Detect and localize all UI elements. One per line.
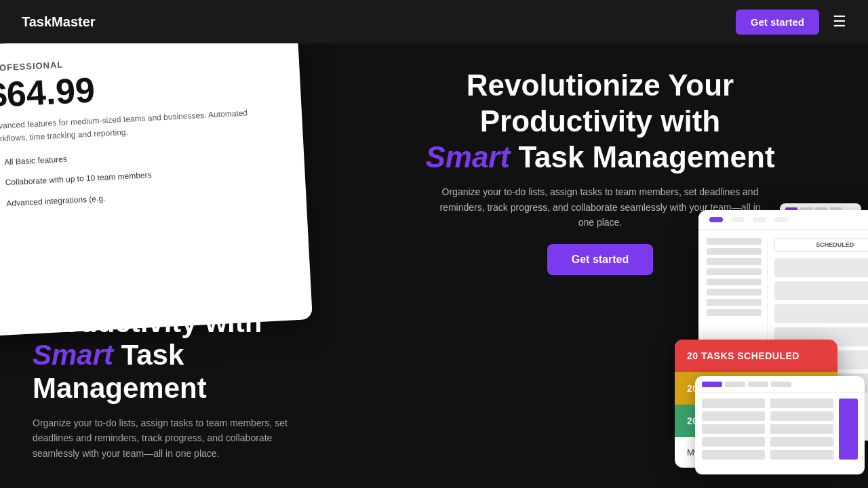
kanban-header: [698, 210, 868, 230]
kanban-card: [774, 304, 868, 323]
kanban-card: [774, 281, 868, 300]
navbar: TaskMaster Get started ☰: [0, 0, 868, 43]
kanban-tab-2: [753, 217, 766, 222]
br-row: [702, 399, 765, 408]
left-section: 9.99 Essential features for individual u…: [0, 43, 332, 488]
br-mockup-header: [695, 376, 865, 393]
col-header-scheduled: SCHEDULED: [774, 238, 868, 251]
br-tab-active: [702, 382, 722, 387]
left-hero-subtitle: Organize your to-do lists, assign tasks …: [33, 415, 304, 461]
br-row: [770, 450, 833, 460]
br-row: [770, 399, 833, 408]
pro-feature-1: All Basic features: [4, 153, 67, 168]
br-col-2: [770, 399, 833, 460]
hamburger-icon[interactable]: ☰: [833, 13, 846, 30]
right-section: Revolutionize Your Productivity with Sma…: [332, 43, 868, 488]
tasks-scheduled-row: 20 TASKS SCHEDULED: [675, 340, 837, 372]
pro-feature-3: Advanced integrations (e.g.: [6, 192, 106, 209]
pro-check-3: ✓: [0, 199, 1, 212]
br-row: [702, 437, 765, 447]
br-row: [702, 424, 765, 434]
br-tab-1: [725, 382, 745, 387]
kanban-card: [774, 258, 868, 277]
list-row: [707, 248, 762, 255]
br-purple-bar: [839, 399, 858, 460]
right-title-part1: Revolutionize Your Productivity with: [467, 68, 734, 138]
kanban-tab-3: [774, 217, 788, 222]
tasks-scheduled-label: 20 TASKS SCHEDULED: [687, 350, 800, 361]
br-mockup-body: [695, 393, 865, 465]
nav-cta-button[interactable]: Get started: [736, 9, 819, 35]
pro-feature-2: Collaborate with up to 10 team members: [5, 169, 152, 188]
br-tab-2: [748, 382, 768, 387]
small-list-mockup-br: [695, 376, 865, 474]
list-row: [707, 279, 762, 285]
br-row: [770, 424, 833, 434]
list-row: [707, 258, 762, 265]
list-row: [707, 238, 762, 245]
right-cta-button[interactable]: Get started: [547, 244, 653, 275]
left-title-part1: Revolutionize YourProductivity with: [33, 274, 288, 338]
left-hero-title: Revolutionize YourProductivity with Smar…: [33, 274, 304, 405]
br-col-1: [702, 399, 765, 460]
right-title-part2: Task Management: [518, 140, 774, 174]
br-tab-3: [771, 382, 791, 387]
right-title-accent: Smart: [425, 140, 518, 174]
list-row: [707, 268, 762, 275]
kanban-tab-active: [709, 217, 723, 222]
br-row: [770, 437, 833, 447]
list-row: [707, 289, 762, 296]
kanban-tab-1: [731, 217, 745, 222]
left-hero-text: Revolutionize YourProductivity with Smar…: [33, 274, 304, 461]
list-row: [707, 299, 762, 306]
logo: TaskMaster: [22, 14, 96, 30]
right-hero-title: Revolutionize Your Productivity with Sma…: [387, 68, 814, 175]
left-title-accent: Smart: [33, 339, 121, 371]
br-row: [770, 411, 833, 421]
mockup-area: SCHEDULED ONGOING: [665, 203, 868, 488]
br-row: [702, 411, 765, 421]
list-row: [707, 309, 762, 316]
br-row: [702, 450, 765, 460]
